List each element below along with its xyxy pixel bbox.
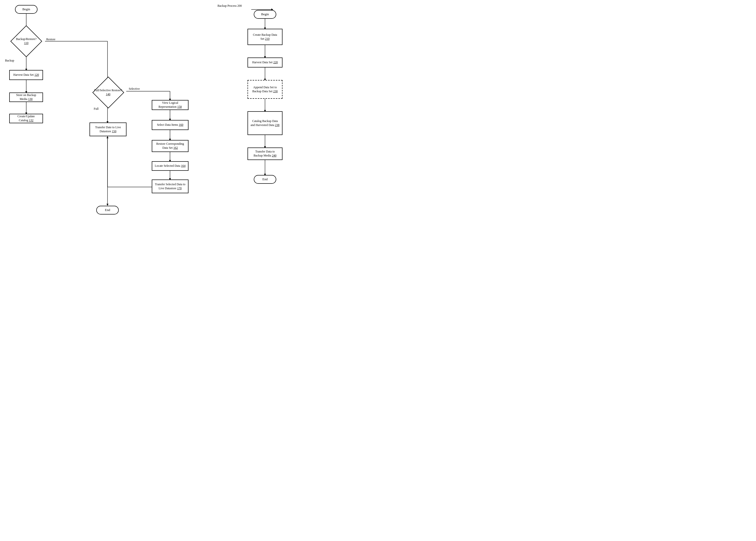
transfer-selected-process: Transfer Selected Data to Live Datastore… <box>152 180 189 193</box>
transfer-backup-media-process: Transfer Data to Backup Media 240 <box>247 148 282 160</box>
left-begin-terminal: Begin <box>15 5 38 14</box>
backup-process-label: Backup Process 200 <box>217 4 242 8</box>
view-logical-process: View Logical Representation 158 <box>152 100 189 110</box>
select-data-process: Select Data Items 160 <box>152 120 189 130</box>
right-end-terminal: End <box>254 175 276 184</box>
svg-marker-26 <box>107 136 109 138</box>
full-selective-decision: Full/Selective Restore? 140 <box>89 80 128 105</box>
create-backup-process: Create Backup Data Set 210 <box>247 29 282 45</box>
backup-label: Backup <box>5 59 14 63</box>
append-backup-process: Append Data Set to Backup Data Set 230 <box>247 80 282 99</box>
catalog-backup-process: Catalog Backup Data and Harvested Data 2… <box>247 111 282 135</box>
selective-label: Selective <box>129 87 140 91</box>
full-label: Full <box>94 107 99 111</box>
right-begin-terminal: Begin <box>254 10 276 19</box>
locate-selected-process: Locate Selected Data 164 <box>152 161 189 171</box>
harvest-data-process: Harvest Data Set 120 <box>9 70 43 80</box>
diagram-container: Begin Backup/Restore? 110 Backup Restore… <box>0 0 300 225</box>
transfer-live-process: Transfer Date to Live Datastore 150 <box>90 123 127 136</box>
left-end-terminal: End <box>96 206 119 215</box>
restore-label: Restore <box>46 38 56 41</box>
backup-restore-decision: Backup/Restore? 110 <box>8 29 45 54</box>
create-update-catalog-process: Create/Update Catalog 132 <box>9 114 43 123</box>
restore-corresponding-process: Restore Corresponding Data Set 162 <box>152 140 189 152</box>
right-harvest-process: Harvest Data Set 220 <box>247 58 282 68</box>
svg-marker-28 <box>107 204 109 206</box>
store-backup-process: Store on Backup Media 130 <box>9 93 43 102</box>
